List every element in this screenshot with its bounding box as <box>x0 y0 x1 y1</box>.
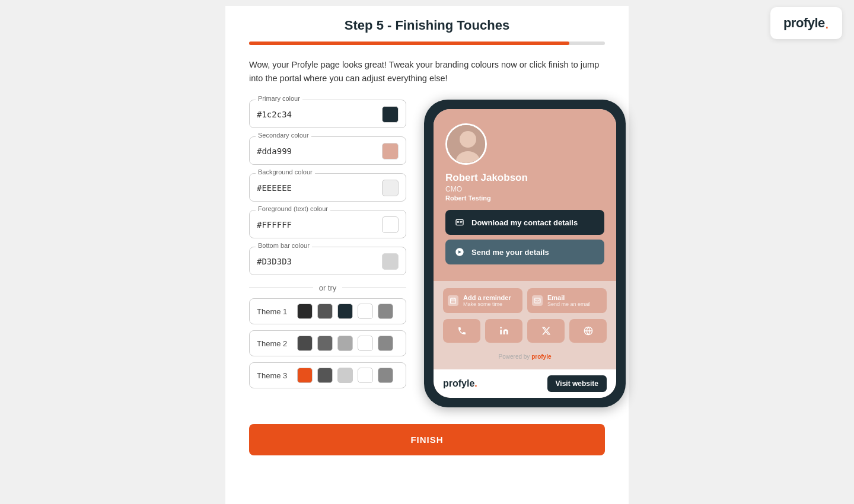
background-color-swatch[interactable] <box>382 180 399 196</box>
phone-logo: profyle. <box>443 378 477 389</box>
primary-color-label: Primary colour <box>256 95 302 102</box>
website-social-button[interactable] <box>569 319 607 343</box>
calendar-icon <box>448 295 458 306</box>
download-contact-button[interactable]: Download my contact details <box>445 210 604 235</box>
foreground-color-value: #FFFFFF <box>257 220 292 229</box>
theme-1-swatch-4[interactable] <box>358 304 373 319</box>
primary-color-swatch[interactable] <box>382 106 399 123</box>
send-btn-label: Send me your details <box>471 248 549 257</box>
header-logo: profyle. <box>770 7 842 39</box>
theme-1-row[interactable]: Theme 1 <box>249 298 406 324</box>
theme-1-swatch-1[interactable] <box>297 304 313 319</box>
theme-3-swatch-3[interactable] <box>337 368 353 383</box>
reminder-button[interactable]: Add a reminder Make some time <box>443 288 522 313</box>
step-title: Step 5 - Finishing Touches <box>249 18 605 33</box>
email-main-text: Email <box>547 294 591 301</box>
download-btn-label: Download my contact details <box>471 218 578 227</box>
finish-button[interactable]: FINISH <box>249 424 605 455</box>
secondary-color-value: #dda999 <box>257 146 292 156</box>
progress-bar-container <box>249 42 605 45</box>
profile-company: Robert Testing <box>445 194 604 202</box>
linkedin-social-button[interactable] <box>485 319 522 343</box>
bottombar-color-value: #D3D3D3 <box>257 257 292 266</box>
profile-header: Robert Jakobson CMO Robert Testing <box>434 109 616 281</box>
description-text: Wow, your Profyle page looks great! Twea… <box>249 58 605 85</box>
download-icon <box>454 216 466 228</box>
powered-by-text: Powered by profyle <box>443 350 607 362</box>
bottombar-color-field: Bottom bar colour #D3D3D3 <box>249 247 406 275</box>
phone-social-button[interactable] <box>443 319 480 343</box>
social-icons-row <box>443 319 607 343</box>
background-color-value: #EEEEEE <box>257 183 292 193</box>
phone-screen: Robert Jakobson CMO Robert Testing <box>434 109 616 398</box>
phone-bottom-bar: profyle. Visit website <box>434 369 616 398</box>
phone-logo-text: profyle. <box>443 378 477 388</box>
theme-2-label: Theme 2 <box>257 339 292 348</box>
email-sub-text: Send me an email <box>547 301 591 307</box>
email-icon <box>532 295 543 306</box>
progress-bar-fill <box>249 42 569 45</box>
main-panel: Step 5 - Finishing Touches Wow, your Pro… <box>225 6 629 504</box>
svg-point-4 <box>457 221 459 223</box>
theme-1-swatch-2[interactable] <box>317 304 333 319</box>
theme-3-label: Theme 3 <box>257 371 292 380</box>
theme-3-swatch-1[interactable] <box>297 368 313 383</box>
bottombar-color-swatch[interactable] <box>382 253 399 270</box>
profile-name: Robert Jakobson <box>445 172 604 184</box>
send-icon <box>454 246 466 258</box>
visit-website-button[interactable]: Visit website <box>547 375 607 392</box>
theme-2-swatch-5[interactable] <box>378 336 393 351</box>
theme-1-swatch-3[interactable] <box>337 304 353 319</box>
avatar <box>445 123 487 165</box>
background-color-label: Background colour <box>256 168 315 176</box>
reminder-main-text: Add a reminder <box>463 294 511 301</box>
theme-2-swatch-4[interactable] <box>358 336 373 351</box>
theme-1-swatch-5[interactable] <box>378 304 393 319</box>
card-section: Add a reminder Make some time <box>434 281 616 369</box>
theme-3-swatch-2[interactable] <box>317 368 333 383</box>
theme-2-row[interactable]: Theme 2 <box>249 330 406 356</box>
or-try-section: or try Theme 1 Theme 2 <box>249 283 406 388</box>
logo-text: profyle <box>783 15 825 31</box>
svg-point-7 <box>500 327 502 329</box>
color-fields-panel: Primary colour #1c2c34 Secondary colour … <box>249 100 406 394</box>
or-try-label: or try <box>319 283 337 292</box>
svg-rect-6 <box>534 298 540 303</box>
foreground-color-label: Foreground (text) colour <box>256 205 330 212</box>
send-details-button[interactable]: Send me your details <box>445 240 604 264</box>
phone-preview-panel: Robert Jakobson CMO Robert Testing <box>424 100 626 407</box>
theme-2-swatch-1[interactable] <box>297 336 313 351</box>
theme-3-swatch-4[interactable] <box>358 368 373 383</box>
theme-2-swatch-2[interactable] <box>317 336 333 351</box>
twitter-social-button[interactable] <box>527 319 565 343</box>
svg-rect-5 <box>451 298 456 304</box>
svg-point-1 <box>460 131 476 148</box>
or-try-divider: or try <box>249 283 406 292</box>
secondary-color-field: Secondary colour #dda999 <box>249 136 406 165</box>
primary-color-value: #1c2c34 <box>257 110 292 119</box>
logo-dot: . <box>825 15 829 31</box>
theme-3-row[interactable]: Theme 3 <box>249 362 406 388</box>
foreground-color-field: Foreground (text) colour #FFFFFF <box>249 210 406 238</box>
secondary-color-label: Secondary colour <box>256 132 311 139</box>
bottombar-color-label: Bottom bar colour <box>256 242 312 249</box>
profile-title: CMO <box>445 185 604 193</box>
primary-color-field: Primary colour #1c2c34 <box>249 100 406 128</box>
email-button[interactable]: Email Send me an email <box>527 288 607 313</box>
reminder-sub-text: Make some time <box>463 301 511 307</box>
theme-1-label: Theme 1 <box>257 307 292 316</box>
foreground-color-swatch[interactable] <box>382 216 399 233</box>
secondary-color-swatch[interactable] <box>382 143 399 160</box>
background-color-field: Background colour #EEEEEE <box>249 173 406 202</box>
theme-2-swatch-3[interactable] <box>337 336 353 351</box>
svg-rect-3 <box>456 220 463 225</box>
powered-brand: profyle <box>531 353 551 360</box>
theme-3-swatch-5[interactable] <box>378 368 393 383</box>
two-col-layout: Primary colour #1c2c34 Secondary colour … <box>249 100 605 407</box>
card-action-row: Add a reminder Make some time <box>443 288 607 313</box>
phone-mockup: Robert Jakobson CMO Robert Testing <box>424 100 626 407</box>
